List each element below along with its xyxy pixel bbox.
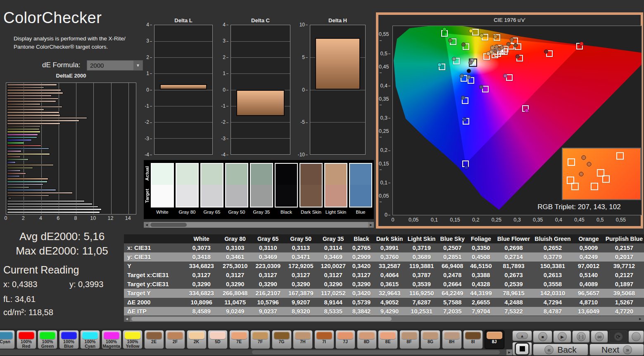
pattern-tab-8g[interactable]: 8G [421, 330, 440, 349]
table-scrollbar[interactable]: ◄ ► [124, 316, 644, 322]
cie-x-tick: 0 [392, 217, 394, 223]
blank-button[interactable] [628, 330, 644, 343]
table-cell: 116,9250 [405, 289, 438, 298]
deltae-bar-row [7, 123, 135, 125]
pattern-tab-100-cyan[interactable]: 100%Cyan [80, 330, 100, 349]
color-chip [146, 332, 162, 339]
deltae-chart-title: DeltaE 2000 [6, 73, 136, 79]
pattern-tab-8e[interactable]: 8E [378, 330, 398, 349]
refresh-button[interactable]: ⟳ [609, 330, 627, 343]
deltae-bar [7, 106, 62, 108]
deltae-bar [7, 167, 33, 169]
table-cell: 8,9320 [285, 307, 318, 316]
scroll-left-icon[interactable]: ◄ [124, 316, 130, 322]
pattern-tab-100-yellow[interactable]: 100%Yellow [123, 330, 143, 349]
scroll-left-icon[interactable]: ◄ [144, 222, 150, 228]
current-y: y: 0,3993 [69, 280, 103, 289]
swatch-scrollbar[interactable]: ◄ ► [144, 222, 374, 228]
pattern-tab-2f[interactable]: 2F [165, 330, 185, 349]
loop-button[interactable]: ∞ [591, 330, 608, 343]
measured-point [469, 29, 473, 33]
pattern-tab-8h[interactable]: 8H [442, 330, 462, 349]
pattern-tab-7h[interactable]: 7H [293, 330, 313, 349]
deltae-x-tick: 4 [39, 215, 42, 221]
stop-pattern-button[interactable] [512, 342, 532, 356]
table-cell: 0,3103 [219, 243, 252, 252]
pattern-tab-7f[interactable]: 7F [250, 330, 270, 349]
deltae-bar-row [7, 137, 135, 139]
deltae-bar-row [7, 128, 135, 130]
next-button[interactable]: Next » [589, 344, 644, 356]
cie-y-tick: 0,55 [379, 31, 390, 43]
play-button[interactable]: ▶ [553, 330, 571, 343]
deltae-bar [7, 123, 60, 125]
pattern-tab-7e[interactable]: 7E [229, 330, 249, 349]
tick-label: -3 [145, 136, 152, 141]
tab-scrollbar[interactable]: ► [0, 349, 512, 355]
table-cell: 223,0309 [252, 262, 285, 271]
pattern-tab-100-green[interactable]: 100%Green [38, 330, 57, 349]
stop-button[interactable]: ■ [533, 330, 552, 343]
pattern-tab-8d[interactable]: 8D [357, 330, 377, 349]
table-cell: 0,2157 [604, 243, 644, 252]
scroll-right-icon[interactable]: ► [368, 222, 374, 228]
scroll-right-icon[interactable]: ► [506, 349, 512, 355]
cie-x-tick: 0,15 [450, 217, 460, 223]
swatch-scrollbar-handle[interactable] [150, 223, 187, 227]
scroll-right-icon[interactable]: ► [637, 316, 643, 322]
table-cell: 0,3469 [252, 252, 285, 262]
table-scrollbar-handle[interactable] [131, 317, 392, 321]
table-cell: 0,3110 [252, 243, 285, 252]
pattern-tab-8f[interactable]: 8F [399, 330, 419, 349]
table-cell: 0,2698 [495, 243, 532, 252]
infinity-icon: ∞ [595, 332, 604, 341]
tick-label: -3 [221, 136, 228, 141]
rgb-triplet-label: RGB Triplet: 207, 143, 102 [515, 203, 644, 211]
pattern-tab-cyan[interactable]: Cyan [0, 330, 15, 349]
pattern-tab-100-blue[interactable]: 100%Blue [59, 330, 79, 349]
collapse-up-button[interactable]: ▲ [512, 330, 532, 341]
row-label: x: CIE31 [124, 243, 184, 252]
pattern-tab-8j[interactable]: 8J [485, 330, 504, 349]
deltae-bar-row [7, 206, 135, 208]
tick-label: -4 [221, 152, 228, 158]
colorchecker-swatch: Gray 80 [175, 163, 200, 219]
table-cell: 0,3689 [405, 252, 438, 262]
column-header: Bluish Green [532, 234, 573, 243]
pattern-tab-7j[interactable]: 7J [335, 330, 355, 349]
table-cell: 0,3127 [184, 271, 219, 280]
tab-label: 7J [343, 339, 348, 344]
column-header [124, 234, 184, 243]
current-cdm2: cd/m²: 118,58 [3, 308, 53, 317]
pattern-tab-2k[interactable]: 2K [187, 330, 207, 349]
back-button[interactable]: « Back [533, 344, 588, 356]
de-formula-select[interactable]: 2000 ▼ [87, 60, 143, 71]
range-button[interactable]: [··] [572, 330, 590, 343]
pattern-tab-2e[interactable]: 2E [144, 330, 164, 349]
pattern-tab-5d[interactable]: 5D [208, 330, 228, 349]
swatch-label: Gray 80 [175, 210, 200, 215]
cie-y-tick: 0,2 [380, 147, 390, 153]
deltae-x-tick: 2 [22, 215, 25, 221]
table-cell: 4,7294 [532, 298, 573, 307]
gridline [231, 57, 290, 58]
tab-scrollbar-handle[interactable] [252, 350, 500, 354]
table-cell: 10,2531 [405, 307, 438, 316]
tick-label: -5 [300, 119, 308, 125]
deltae-bar-row [7, 111, 135, 113]
tab-label: 2K [194, 339, 199, 344]
table-cell: 0,2652 [532, 243, 573, 252]
table-cell: 0,3615 [374, 280, 405, 289]
pattern-tab-7g[interactable]: 7G [272, 330, 292, 349]
table-cell: 78,9615 [495, 289, 532, 298]
deltae-bar [7, 114, 60, 116]
pattern-tab-8i[interactable]: 8I [463, 330, 483, 349]
pattern-tab-100-magenta[interactable]: 100%Magenta [102, 330, 121, 349]
tab-label: 100%Blue [63, 339, 74, 349]
table-cell: 0,4249 [573, 252, 604, 262]
table-cell: 5,7588 [438, 298, 467, 307]
pattern-tab-7i[interactable]: 7I [314, 330, 334, 349]
deltae-bar [7, 111, 59, 113]
cie-x-tick: 0,2 [472, 217, 479, 223]
pattern-tab-100-red[interactable]: 100% Red [17, 330, 36, 349]
